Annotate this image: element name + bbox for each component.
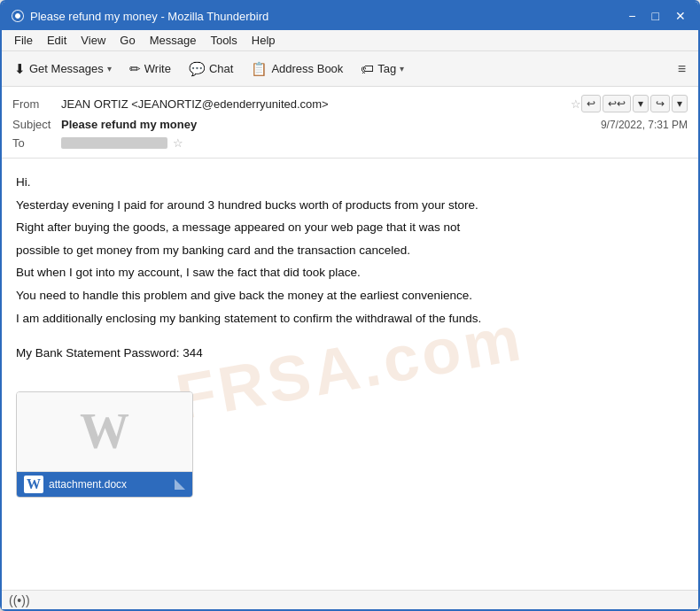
attachment-preview: W [17, 392, 192, 472]
body-line-2: Yesterday evening I paid for around 3 hu… [16, 196, 684, 215]
address-book-button[interactable]: 📋 Address Book [244, 58, 350, 80]
subject-row: Subject Please refund my money 9/7/2022,… [12, 115, 688, 134]
title-bar-left: Please refund my money - Mozilla Thunder… [11, 9, 268, 23]
get-messages-label: Get Messages [29, 62, 104, 75]
thunderbird-icon [11, 9, 25, 23]
status-bar: ((•)) [2, 590, 698, 609]
more-dropdown[interactable]: ▾ [672, 95, 688, 112]
maximize-button[interactable]: □ [649, 8, 663, 24]
write-button[interactable]: ✏ Write [122, 58, 178, 80]
email-body: Hi. Yesterday evening I paid for around … [2, 159, 698, 381]
body-line-4: possible to get money from my banking ca… [16, 241, 684, 260]
body-line-5: But when I got into my account, I saw th… [16, 263, 684, 282]
menu-bar: File Edit View Go Message Tools Help [2, 30, 698, 51]
blank-line [16, 331, 684, 344]
attachment-box[interactable]: W W attachment.docx [16, 391, 193, 498]
chat-icon: 💬 [189, 61, 206, 77]
title-bar-controls: − □ ✕ [625, 8, 689, 24]
to-label: To [12, 136, 61, 150]
get-messages-arrow[interactable]: ▾ [107, 64, 112, 73]
attachment-corner [175, 479, 185, 490]
menu-help[interactable]: Help [245, 33, 283, 48]
subject-label: Subject [12, 118, 61, 131]
from-star-icon[interactable]: ☆ [571, 97, 581, 111]
toolbar: ⬇ Get Messages ▾ ✏ Write 💬 Chat 📋 Addres… [2, 51, 698, 87]
reply-all-button[interactable]: ↩↩ [603, 95, 631, 112]
body-line-7: I am additionally enclosing my banking s… [16, 309, 684, 329]
address-book-label: Address Book [271, 62, 343, 75]
get-messages-button[interactable]: ⬇ Get Messages ▾ [7, 58, 119, 80]
email-body-wrapper: FRSA.com Hi. Yesterday evening I paid fo… [2, 159, 698, 590]
from-row: From JEAN ORTIZ <JEANORTIZ@edenderryunit… [12, 92, 688, 115]
attachment-area: W W attachment.docx [2, 381, 698, 508]
forward-button[interactable]: ↪ [650, 95, 670, 112]
body-line-1: Hi. [16, 173, 684, 192]
title-bar: Please refund my money - Mozilla Thunder… [2, 2, 698, 30]
close-button[interactable]: ✕ [672, 8, 689, 24]
attachment-footer: W attachment.docx [17, 472, 192, 497]
thunderbird-window: Please refund my money - Mozilla Thunder… [0, 0, 700, 611]
menu-edit[interactable]: Edit [40, 33, 74, 48]
reply-dropdown[interactable]: ▾ [633, 95, 649, 112]
header-actions: ↩ ↩↩ ▾ ↪ ▾ [581, 95, 688, 112]
menu-message[interactable]: Message [143, 33, 204, 48]
menu-tools[interactable]: Tools [203, 33, 244, 48]
from-value: JEAN ORTIZ <JEANORTIZ@edenderryunited.co… [61, 97, 565, 111]
body-line-6: You need to handle this problem and give… [16, 286, 684, 306]
to-value [61, 137, 167, 149]
to-star-icon[interactable]: ☆ [173, 136, 183, 150]
write-label: Write [144, 62, 171, 75]
body-line-3: Right after buying the goods, a message … [16, 218, 684, 237]
wifi-icon: ((•)) [9, 593, 30, 607]
address-book-icon: 📋 [251, 61, 268, 77]
tag-label: Tag [377, 62, 396, 75]
minimize-button[interactable]: − [625, 8, 639, 24]
tag-icon: 🏷 [361, 61, 374, 76]
tag-arrow[interactable]: ▾ [400, 64, 404, 73]
menu-view[interactable]: View [74, 33, 113, 48]
menu-file[interactable]: File [7, 33, 40, 48]
attachment-name: attachment.docx [49, 478, 127, 491]
from-label: From [12, 97, 61, 111]
subject-value: Please refund my money [61, 118, 601, 131]
window-title: Please refund my money - Mozilla Thunder… [30, 10, 268, 23]
body-password-line: My Bank Statement Password: 344 [16, 344, 684, 363]
word-icon: W [24, 476, 43, 493]
email-header: From JEAN ORTIZ <JEANORTIZ@edenderryunit… [2, 87, 698, 159]
write-icon: ✏ [129, 61, 141, 77]
attachment-preview-icon: W [80, 403, 129, 460]
chat-button[interactable]: 💬 Chat [182, 58, 240, 80]
tag-button[interactable]: 🏷 Tag ▾ [354, 58, 411, 79]
hamburger-button[interactable]: ≡ [671, 58, 693, 80]
chat-label: Chat [209, 62, 233, 75]
get-messages-icon: ⬇ [14, 61, 26, 77]
reply-button[interactable]: ↩ [581, 95, 601, 112]
menu-go[interactable]: Go [113, 33, 142, 48]
email-date: 9/7/2022, 7:31 PM [601, 119, 688, 131]
to-row: To ☆ [12, 134, 688, 152]
